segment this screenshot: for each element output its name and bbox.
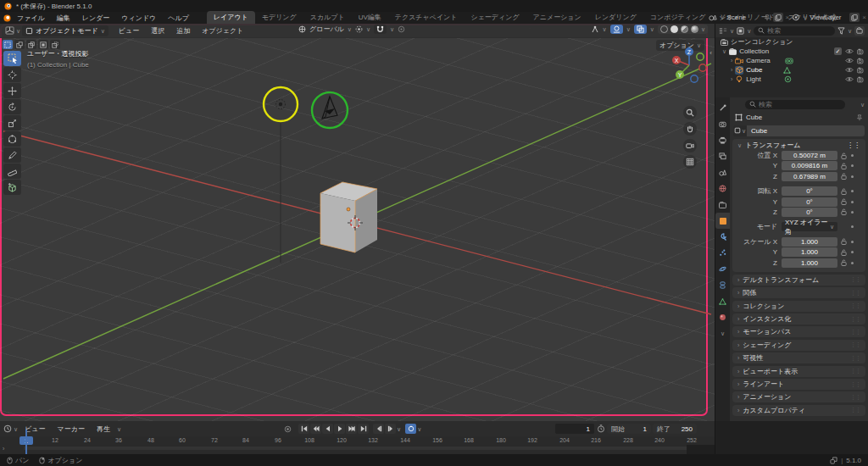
animate-dot[interactable] <box>851 190 854 192</box>
collection-checkbox[interactable]: ✓ <box>834 47 842 55</box>
jump-to-end-button[interactable] <box>358 424 369 434</box>
outliner-row-scene-collection[interactable]: シーンコレクション <box>715 37 868 47</box>
transform-tool[interactable] <box>3 131 21 147</box>
lock-icon[interactable] <box>841 238 847 245</box>
outliner-row-camera[interactable]: › Camera <box>715 56 868 65</box>
transform-panel-header[interactable]: ∨ トランスフォーム ⋮⋮ <box>732 139 865 151</box>
remove-viewlayer-icon[interactable]: × <box>862 14 866 21</box>
current-frame-field[interactable]: 1 <box>555 424 594 434</box>
frame-step-chevron-icon[interactable]: ∨ <box>397 426 401 432</box>
section-relations[interactable]: ›関係⋮⋮ <box>732 287 865 298</box>
annotate-tool[interactable] <box>3 147 21 163</box>
tab-object[interactable] <box>715 213 731 229</box>
tab-modifiers[interactable] <box>715 229 731 245</box>
select-mode-extend-icon[interactable] <box>14 40 25 49</box>
tab-shading[interactable]: シェーディング <box>464 11 526 24</box>
tab-sculpting[interactable]: スカルプト <box>303 11 352 24</box>
animate-dot[interactable] <box>851 164 854 167</box>
rendered-shading-icon[interactable] <box>691 25 698 33</box>
auto-keying-toggle[interactable] <box>282 424 293 434</box>
frame-end-field[interactable]: 終了 250 <box>653 424 697 434</box>
show-gizmo-icon[interactable] <box>591 25 599 34</box>
collection-hide-icon[interactable] <box>845 48 854 54</box>
section-line-art[interactable]: ›ラインアート⋮⋮ <box>732 379 865 390</box>
menu-render[interactable]: レンダー <box>76 14 116 23</box>
tab-physics[interactable] <box>715 261 731 277</box>
viewport-menu-select[interactable]: 選択 <box>146 26 170 36</box>
select-mode-subtract-icon[interactable] <box>26 40 36 49</box>
rotation-mode-dropdown[interactable]: XYZ オイラー角∨ <box>782 222 837 231</box>
material-preview-icon[interactable] <box>681 25 688 33</box>
use-preview-range-icon[interactable] <box>597 424 605 433</box>
outliner-row-collection[interactable]: ∨ Collection ✓ <box>715 47 868 56</box>
location-z-field[interactable]: 0.67989 m <box>782 172 837 181</box>
section-shading[interactable]: ›シェーディング⋮⋮ <box>732 340 865 351</box>
tab-tool[interactable] <box>715 100 731 116</box>
scale-z-field[interactable]: 1.000 <box>782 258 837 268</box>
blender-menu-icon[interactable] <box>3 14 11 22</box>
viewlayer-icon[interactable] <box>792 14 800 21</box>
properties-search-input[interactable] <box>759 101 801 108</box>
outliner-editor-chevron-icon[interactable]: ∨ <box>730 28 734 34</box>
select-mode-set-icon[interactable] <box>3 40 13 49</box>
navigation-gizmo[interactable]: Z X Y <box>669 44 709 85</box>
select-mode-invert-icon[interactable] <box>38 40 48 49</box>
solid-shading-icon[interactable] <box>670 25 678 33</box>
tab-layout[interactable]: レイアウト <box>207 11 255 24</box>
scale-tool[interactable] <box>3 115 21 130</box>
outliner-row-light[interactable]: › Light <box>715 75 868 84</box>
tab-material[interactable] <box>715 309 731 325</box>
orientation-icon[interactable] <box>298 25 306 33</box>
outliner-search-input[interactable] <box>767 27 818 35</box>
extensions-icon[interactable] <box>830 457 837 464</box>
jump-to-start-button[interactable] <box>298 424 309 434</box>
viewlayer-chevron-icon[interactable]: ∨ <box>803 14 807 20</box>
frame-forward-button[interactable] <box>385 424 396 434</box>
lock-icon[interactable] <box>841 198 847 205</box>
timeline-menu-playback[interactable]: 再生 <box>92 424 115 434</box>
tab-scene[interactable] <box>715 164 731 180</box>
measure-tool[interactable] <box>3 164 21 179</box>
section-viewport-display[interactable]: ›ビューポート表示⋮⋮ <box>732 366 865 377</box>
3d-viewport[interactable]: ∨ オブジェクトモード ∨ ビュー 選択 追加 オブジェクト グローバル ∨ ∨… <box>0 24 715 421</box>
pin-id-icon[interactable] <box>856 114 863 121</box>
snap-chevron-icon[interactable]: ∨ <box>390 26 394 32</box>
cursor-tool[interactable] <box>3 67 21 82</box>
camera-hide-icon[interactable] <box>845 58 854 64</box>
animate-dot[interactable] <box>851 241 854 243</box>
animate-dot[interactable] <box>851 175 854 178</box>
menu-help[interactable]: ヘルプ <box>162 14 195 23</box>
lock-icon[interactable] <box>841 173 847 180</box>
light-hide-icon[interactable] <box>845 76 854 82</box>
animate-dot[interactable] <box>851 251 854 253</box>
tab-animation[interactable]: アニメーション <box>526 11 588 24</box>
camera-expand-icon[interactable]: › <box>731 58 732 64</box>
sync-mode-button[interactable] <box>405 424 416 434</box>
toggle-ortho-icon[interactable] <box>683 155 697 169</box>
section-collections[interactable]: ›コレクション⋮⋮ <box>732 301 865 312</box>
pivot-point-icon[interactable] <box>355 25 363 33</box>
name-id-icon[interactable]: ∨ <box>733 125 747 136</box>
filter-chevron-icon[interactable]: ∨ <box>848 28 852 34</box>
rotate-tool[interactable] <box>3 99 21 114</box>
tab-uv-editing[interactable]: UV編集 <box>352 11 388 24</box>
timeline-track-area[interactable]: › <box>0 445 715 454</box>
frame-back-button[interactable] <box>373 424 384 434</box>
timeline-menu-view[interactable]: ビュー <box>19 424 50 434</box>
xray-chevron-icon[interactable]: ∨ <box>650 26 654 32</box>
panel-drag-handle[interactable]: ⋮⋮ <box>847 141 860 149</box>
display-mode-chevron-icon[interactable]: ∨ <box>747 28 751 34</box>
unlink-scene-icon[interactable]: × <box>786 14 790 21</box>
timeline-ruler[interactable]: 12 24 36 48 60 72 84 96 108 120 132 144 … <box>0 436 715 445</box>
section-motion-paths[interactable]: ›モーションパス⋮⋮ <box>732 326 865 337</box>
light-data-icon[interactable] <box>784 75 792 83</box>
light-render-icon[interactable] <box>857 76 865 83</box>
scale-y-field[interactable]: 1.000 <box>782 247 837 257</box>
object-name-field[interactable]: Cube <box>747 125 865 136</box>
playback-menu-chevron-icon[interactable]: ∨ <box>117 426 121 432</box>
orientation-label[interactable]: グローバル <box>309 25 344 34</box>
move-tool[interactable] <box>3 83 21 98</box>
animate-dot[interactable] <box>851 225 854 228</box>
select-box-tool[interactable] <box>3 51 21 66</box>
rotation-z-field[interactable]: 0° <box>782 208 837 217</box>
